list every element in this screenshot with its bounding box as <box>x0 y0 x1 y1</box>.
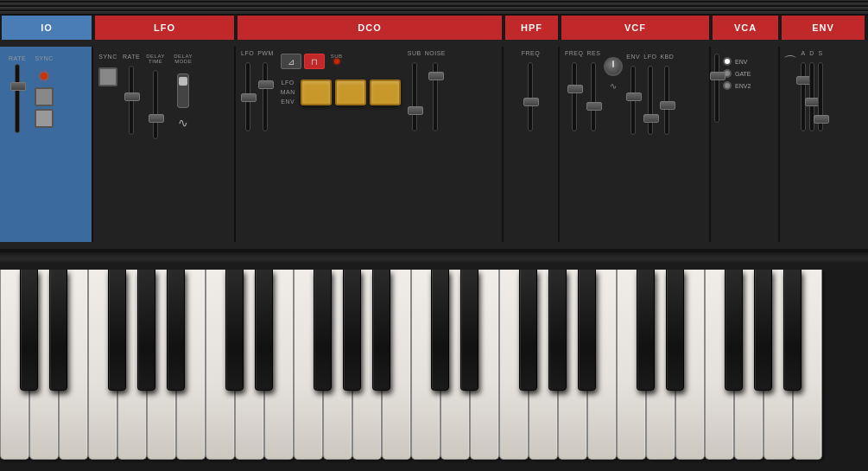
key-fs4[interactable] <box>725 270 743 391</box>
vcf-lfo-thumb[interactable] <box>643 114 659 123</box>
env-s-thumb[interactable] <box>814 115 829 124</box>
env-d-control: D <box>809 50 814 239</box>
dco-sub-control: SUB <box>408 50 421 239</box>
env-s-label: S <box>818 50 822 56</box>
key-cs2[interactable] <box>225 270 244 391</box>
vcf-env-fader[interactable] <box>630 66 636 135</box>
lfo-sync-label: SYNC <box>98 54 117 60</box>
vca-env-radio[interactable] <box>723 57 732 66</box>
dco-noise-thumb[interactable] <box>428 72 444 80</box>
io-sync-control: SYNC <box>35 55 54 128</box>
io-sync-button[interactable] <box>35 87 54 106</box>
env-d-label: D <box>809 50 814 56</box>
key-gs1[interactable] <box>137 270 155 391</box>
env-shape-display: ⌒ <box>783 54 797 239</box>
vcf-freq-thumb[interactable] <box>567 85 583 93</box>
vcf-res-thumb[interactable] <box>586 102 602 111</box>
dco-saw-wave-button[interactable]: ⊿ <box>281 54 301 69</box>
vcf-kbd-fader[interactable] <box>664 66 669 135</box>
vca-env2-radio[interactable] <box>723 81 732 90</box>
dco-noise-fader[interactable] <box>433 62 438 131</box>
key-fs2[interactable] <box>314 270 332 391</box>
lfo-rate-label: RATE <box>123 54 140 60</box>
key-as2[interactable] <box>372 270 390 391</box>
dco-square-wave-button[interactable]: ⊓ <box>304 54 325 69</box>
io-sync-button2[interactable] <box>35 109 54 128</box>
vca-section: ENV GATE ENV2 <box>711 47 780 242</box>
vca-radio-group: ENV GATE ENV2 <box>723 57 751 239</box>
env-shape-icon: ⌒ <box>783 54 797 72</box>
vca-fader-control <box>714 50 719 239</box>
lfo-rate-thumb[interactable] <box>124 92 140 101</box>
lfo-wave-shape: ∿ <box>178 116 188 130</box>
lfo-delay-time-thumb[interactable] <box>149 114 164 123</box>
env-a-label: A <box>801 50 805 56</box>
vcf-freq-fader[interactable] <box>572 62 577 131</box>
vcf-kbd-thumb[interactable] <box>660 101 675 110</box>
dco-pwm-fader[interactable] <box>263 62 268 131</box>
vca-env2-radio-item: ENV2 <box>723 81 751 90</box>
key-fs3[interactable] <box>519 270 537 391</box>
section-header-lfo: LFO <box>93 16 236 40</box>
key-cs1[interactable] <box>20 270 38 391</box>
key-ds1[interactable] <box>49 270 67 391</box>
dco-pad-button-3[interactable] <box>370 80 401 105</box>
vcf-lfo-label: LFO <box>643 54 656 60</box>
vcf-freq-control: FREQ <box>565 50 583 239</box>
io-rate-label: RATE <box>9 55 26 61</box>
vca-fader[interactable] <box>714 54 719 123</box>
vca-thumb[interactable] <box>710 72 725 80</box>
lfo-delay-time-control: DELAY TIME <box>145 54 166 239</box>
key-gs2[interactable] <box>343 270 361 391</box>
vcf-knob[interactable] <box>604 57 623 76</box>
dco-pwm-thumb[interactable] <box>258 80 274 89</box>
section-header-hpf: HPF <box>504 16 560 40</box>
lfo-delay-mode-switch[interactable] <box>177 73 189 108</box>
lfo-delay-time-fader[interactable] <box>153 70 158 139</box>
key-as4[interactable] <box>783 270 801 391</box>
env-a-fader[interactable] <box>801 62 806 131</box>
controls-area: RATE SYNC SYNC <box>0 40 868 249</box>
key-gs3[interactable] <box>548 270 567 391</box>
key-fs1[interactable] <box>108 270 126 391</box>
key-ds4[interactable] <box>666 270 684 391</box>
io-rate-fader[interactable] <box>15 64 20 133</box>
dco-wave-select: ⊿ ⊓ SUB LFO MAN <box>281 54 401 239</box>
dco-sub-led <box>334 59 339 64</box>
hpf-freq-fader[interactable] <box>528 62 533 131</box>
io-sync-label: SYNC <box>35 55 53 61</box>
vcf-kbd-control: KBD <box>660 54 674 239</box>
vcf-lfo-control: LFO <box>643 54 656 239</box>
env-s-fader[interactable] <box>818 62 823 131</box>
key-cs4[interactable] <box>637 270 655 391</box>
key-ds3[interactable] <box>460 270 478 391</box>
lfo-rate-fader[interactable] <box>129 66 134 135</box>
key-as3[interactable] <box>578 270 596 391</box>
env-a-control: A <box>801 50 806 239</box>
vcf-env-thumb[interactable] <box>626 92 642 101</box>
vcf-res-fader[interactable] <box>591 62 596 131</box>
key-cs3[interactable] <box>431 270 449 391</box>
dco-lfo-fader[interactable] <box>245 62 250 131</box>
dco-noise-label: NOISE <box>425 50 446 56</box>
dco-lfo-thumb[interactable] <box>241 93 257 102</box>
vcf-lfo-fader[interactable] <box>648 66 653 135</box>
key-gs4[interactable] <box>754 270 772 391</box>
dco-lfo-btn-label: LFO <box>281 80 295 86</box>
key-as1[interactable] <box>167 270 185 391</box>
keyboard-keys-row <box>0 270 868 471</box>
hpf-freq-control: FREQ <box>522 50 540 239</box>
hpf-freq-thumb[interactable] <box>523 98 539 106</box>
key-ds2[interactable] <box>255 270 273 391</box>
dco-noise-control: NOISE <box>425 50 446 239</box>
dco-sub-thumb[interactable] <box>408 106 423 115</box>
lfo-delay-mode-label: DELAY MODE <box>171 54 195 64</box>
lfo-sync-button[interactable] <box>98 67 117 86</box>
dco-sub-fader[interactable] <box>412 62 417 131</box>
dco-pad-button-2[interactable] <box>335 80 366 105</box>
dco-env-btn-label: ENV <box>281 99 295 105</box>
vcf-kbd-label: KBD <box>660 54 674 60</box>
dco-pad-button-1[interactable] <box>301 80 332 105</box>
io-rate-thumb[interactable] <box>10 82 26 91</box>
vca-gate-radio-label: GATE <box>735 71 751 77</box>
